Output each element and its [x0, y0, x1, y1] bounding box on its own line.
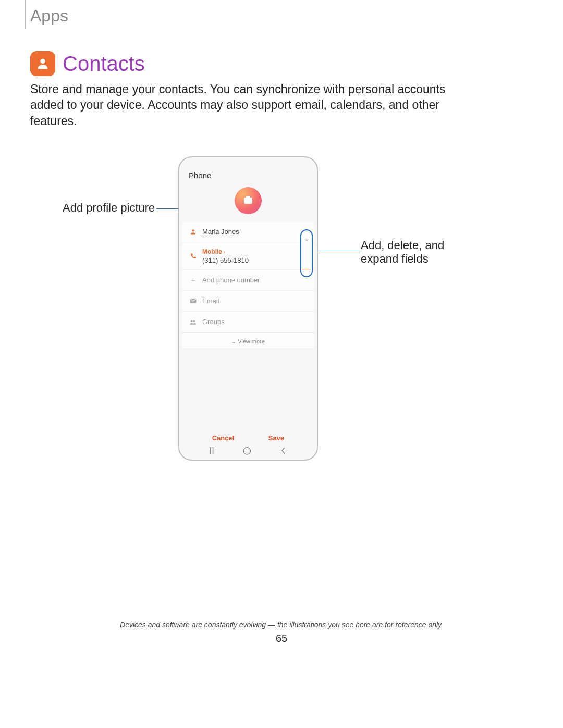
- email-icon: [188, 298, 198, 304]
- section-heading: Contacts: [30, 51, 145, 76]
- callout-add-delete-expand: Add, delete, and expand fields: [361, 239, 455, 266]
- field-controls-highlight: ⌄ —: [300, 229, 313, 277]
- svg-point-4: [193, 320, 195, 322]
- camera-icon: [244, 198, 252, 204]
- android-nav-bar: ||| ◯ く: [179, 446, 317, 455]
- phone-icon: [188, 253, 198, 260]
- svg-point-3: [191, 320, 193, 322]
- groups-icon: [188, 319, 198, 325]
- email-field[interactable]: Email: [182, 291, 314, 312]
- page-number: 65: [0, 633, 563, 645]
- plus-icon: ＋: [188, 276, 198, 285]
- page-title: Contacts: [63, 52, 145, 76]
- remove-field-icon[interactable]: —: [302, 267, 311, 271]
- email-label: Email: [202, 297, 309, 305]
- add-profile-picture-button[interactable]: [235, 187, 262, 214]
- name-value: Maria Jones: [202, 228, 309, 236]
- action-bar: Cancel Save: [179, 434, 317, 442]
- home-icon[interactable]: ◯: [243, 446, 251, 455]
- add-phone-label: Add phone number: [202, 276, 309, 284]
- breadcrumb-apps: Apps: [30, 6, 68, 26]
- intro-paragraph: Store and manage your contacts. You can …: [30, 81, 458, 129]
- groups-field[interactable]: Groups: [182, 312, 314, 332]
- storage-location-label[interactable]: Phone: [179, 157, 317, 186]
- svg-point-0: [40, 59, 45, 64]
- back-icon[interactable]: く: [280, 446, 287, 455]
- cancel-button[interactable]: Cancel: [212, 434, 235, 442]
- save-button[interactable]: Save: [268, 434, 284, 442]
- person-icon: [188, 228, 198, 235]
- contact-fields: Maria Jones Mobile› (311) 555-1810 ＋ Add…: [182, 221, 314, 348]
- add-phone-field[interactable]: ＋ Add phone number: [182, 270, 314, 291]
- svg-point-1: [192, 229, 194, 231]
- groups-label: Groups: [202, 318, 309, 326]
- callout-line-right: [312, 251, 360, 251]
- chevron-down-icon: ⌄: [231, 338, 236, 344]
- contacts-icon: [30, 51, 55, 76]
- mobile-label: Mobile: [202, 248, 222, 255]
- header-border: [25, 0, 26, 29]
- phone-mockup: Phone ⌄ — Maria Jones Mobile› (311) 555-…: [178, 156, 318, 461]
- name-field[interactable]: Maria Jones: [182, 221, 314, 242]
- recents-icon[interactable]: |||: [209, 446, 215, 455]
- view-more-button[interactable]: ⌄ View more: [182, 332, 314, 348]
- mobile-number: (311) 555-1810: [202, 256, 309, 264]
- footnote: Devices and software are constantly evol…: [0, 621, 563, 629]
- chevron-right-icon: ›: [224, 249, 226, 255]
- callout-add-profile: Add profile picture: [63, 201, 155, 215]
- mobile-field[interactable]: Mobile› (311) 555-1810: [182, 242, 314, 270]
- expand-field-icon[interactable]: ⌄: [304, 236, 309, 242]
